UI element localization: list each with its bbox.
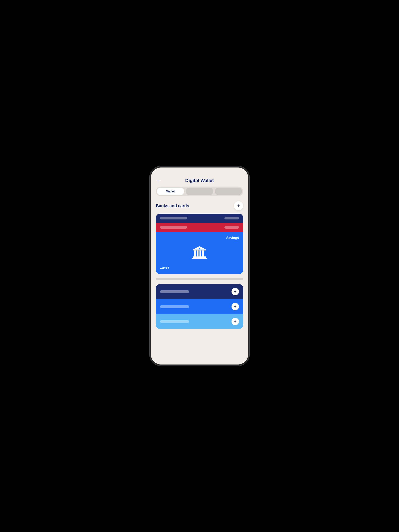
tab-2[interactable] — [186, 188, 213, 195]
back-button[interactable]: ← — [157, 178, 161, 183]
bank-icon — [160, 241, 239, 265]
card-row-dark[interactable] — [156, 214, 243, 223]
phone-content: ← Digital Wallet Wallet Banks and cards … — [151, 167, 248, 365]
separator — [156, 278, 243, 280]
add-card-button-3[interactable]: + — [232, 318, 239, 325]
add-card-placeholder-2 — [160, 305, 189, 308]
add-card-button-1[interactable]: + — [232, 288, 239, 295]
add-card-button-2[interactable]: + — [232, 303, 239, 310]
tab-bar: Wallet — [156, 187, 243, 196]
section-header: Banks and cards + — [156, 201, 243, 210]
phone-frame: ← Digital Wallet Wallet Banks and cards … — [150, 166, 249, 366]
card-bar-3 — [160, 226, 187, 228]
card-number: ••8779 — [160, 266, 239, 270]
add-card-row-3[interactable]: + — [156, 314, 243, 329]
svg-rect-6 — [202, 250, 204, 256]
card-stack: Savings — [156, 214, 243, 274]
svg-rect-2 — [193, 249, 206, 250]
section-title: Banks and cards — [156, 203, 189, 208]
header: ← Digital Wallet — [151, 176, 248, 187]
card-label: Savings — [160, 236, 239, 240]
svg-rect-7 — [193, 256, 206, 258]
card-bar-4 — [224, 226, 239, 228]
add-cards-section: + + + — [151, 284, 248, 329]
card-bar-1 — [160, 217, 187, 219]
card-row-red[interactable] — [156, 223, 243, 232]
add-bank-button[interactable]: + — [234, 201, 243, 210]
add-card-stack: + + + — [156, 284, 243, 329]
main-card[interactable]: Savings — [156, 232, 243, 274]
add-card-row-1[interactable]: + — [156, 284, 243, 299]
svg-rect-4 — [197, 250, 198, 256]
add-card-placeholder-1 — [160, 290, 189, 293]
add-card-placeholder-3 — [160, 320, 189, 323]
svg-rect-3 — [194, 250, 196, 256]
card-bar-2 — [224, 217, 239, 219]
svg-rect-5 — [200, 250, 201, 256]
banks-section: Banks and cards + Savings — [151, 201, 248, 274]
tab-3[interactable] — [215, 188, 242, 195]
svg-rect-8 — [192, 258, 207, 259]
tab-wallet[interactable]: Wallet — [157, 188, 184, 195]
svg-point-1 — [199, 248, 200, 250]
add-card-row-2[interactable]: + — [156, 299, 243, 314]
page-title: Digital Wallet — [185, 178, 214, 183]
